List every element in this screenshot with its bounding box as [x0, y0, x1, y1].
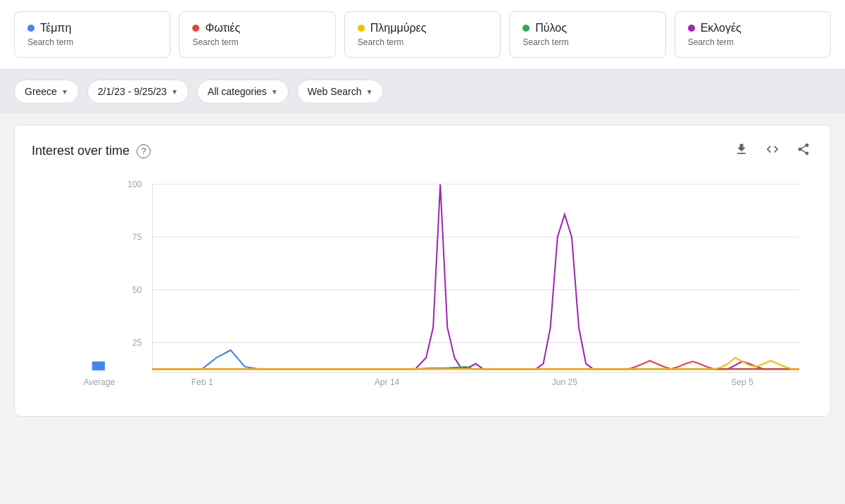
term-sublabel-0: Search term [27, 37, 157, 47]
svg-text:Sep 5: Sep 5 [731, 377, 753, 386]
chart-title: Interest over time [32, 144, 130, 158]
term-card-0[interactable]: Τέμπη Search term [14, 11, 170, 58]
term-dot-1 [192, 25, 199, 32]
term-sublabel-4: Search term [688, 37, 818, 47]
svg-text:Apr 14: Apr 14 [375, 377, 400, 386]
svg-text:Feb 1: Feb 1 [192, 377, 213, 386]
term-name-3: Πύλος [535, 22, 567, 34]
category-label: All categories [208, 86, 267, 97]
search-terms-container: Τέμπη Search term Φωτιές Search term Πλη… [14, 11, 831, 58]
chart-title-area: Interest over time ? [32, 144, 151, 158]
term-name-2: Πλημμύρες [370, 22, 427, 34]
svg-text:Average: Average [83, 377, 115, 386]
term-sublabel-2: Search term [358, 37, 487, 47]
embed-button[interactable] [763, 139, 782, 163]
help-icon[interactable]: ? [137, 144, 151, 158]
term-sublabel-3: Search term [522, 37, 652, 47]
term-card-3[interactable]: Πύλος Search term [509, 11, 665, 58]
chart-container: 100 75 50 25 Average Feb 1 Apr 14 Jun 25… [32, 177, 813, 388]
term-name-4: Εκλογές [701, 22, 741, 34]
date-label: 2/1/23 - 9/25/23 [98, 86, 167, 97]
term-sublabel-1: Search term [192, 37, 322, 47]
term-dot-4 [688, 25, 695, 32]
svg-rect-15 [92, 362, 105, 371]
svg-text:100: 100 [127, 179, 142, 189]
svg-text:25: 25 [132, 338, 142, 348]
region-chevron-icon: ▼ [61, 88, 68, 96]
region-label: Greece [25, 86, 57, 97]
term-card-2[interactable]: Πλημμύρες Search term [344, 11, 501, 58]
term-card-4[interactable]: Εκλογές Search term [675, 11, 831, 58]
chart-svg: 100 75 50 25 Average Feb 1 Apr 14 Jun 25… [32, 177, 813, 388]
chart-actions [732, 139, 813, 163]
search-type-label: Web Search [308, 86, 362, 97]
term-name-0: Τέμπη [40, 22, 71, 34]
share-button[interactable] [794, 139, 813, 163]
svg-text:Jun 25: Jun 25 [552, 377, 577, 386]
category-chevron-icon: ▼ [271, 88, 278, 96]
search-type-filter[interactable]: Web Search ▼ [297, 80, 384, 103]
term-dot-3 [522, 25, 530, 32]
term-name-1: Φωτιές [205, 22, 240, 34]
chart-header: Interest over time ? [32, 139, 813, 163]
date-chevron-icon: ▼ [171, 88, 178, 96]
filters-bar: Greece ▼ 2/1/23 - 9/25/23 ▼ All categori… [0, 70, 845, 113]
chart-section: Interest over time ? 100 75 50 [14, 125, 831, 417]
category-filter[interactable]: All categories ▼ [197, 80, 289, 103]
term-dot-0 [27, 25, 35, 32]
date-filter[interactable]: 2/1/23 - 9/25/23 ▼ [87, 80, 189, 103]
svg-text:75: 75 [132, 232, 142, 242]
region-filter[interactable]: Greece ▼ [14, 80, 79, 103]
svg-text:50: 50 [132, 285, 142, 295]
search-type-chevron-icon: ▼ [366, 88, 373, 96]
term-dot-2 [358, 25, 365, 32]
term-card-1[interactable]: Φωτιές Search term [179, 11, 335, 58]
download-button[interactable] [732, 139, 751, 163]
